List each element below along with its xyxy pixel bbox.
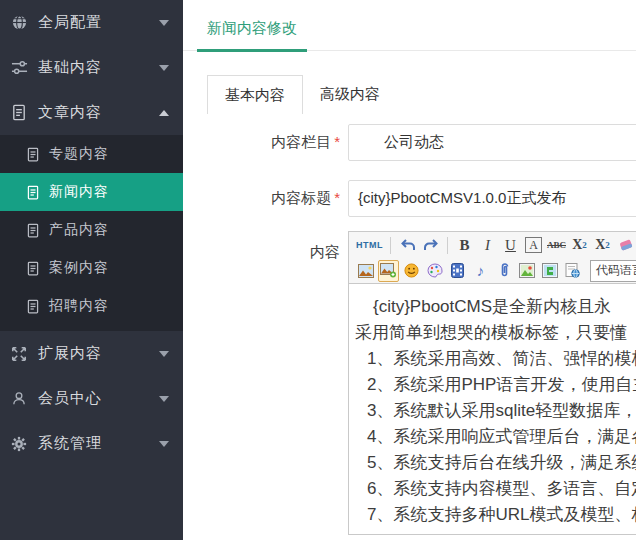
chevron-down-icon — [159, 20, 169, 26]
html-source-button[interactable]: HTML — [355, 234, 384, 256]
title-input-value: {city}PbootCMSV1.0.0正式发布 — [358, 189, 566, 208]
insert-map-button[interactable] — [516, 260, 537, 282]
page-globe-icon — [565, 263, 580, 278]
document-icon — [25, 146, 41, 162]
chevron-down-icon — [159, 441, 169, 447]
insert-music-button[interactable]: ♪ — [470, 260, 491, 282]
rich-text-editor: HTML B I U A ABC X2 X2 — [348, 231, 636, 535]
font-color-glyph: A — [525, 237, 542, 253]
document-icon — [9, 103, 29, 122]
required-asterisk: * — [334, 189, 340, 206]
title-label: 内容标题* — [183, 189, 340, 208]
expand-icon — [9, 344, 29, 363]
editor-text-line: 1、系统采用高效、简洁、强悍的模板 — [355, 346, 636, 372]
italic-button[interactable]: I — [477, 234, 498, 256]
document-icon — [25, 298, 41, 314]
editor-content-area[interactable]: {city}PbootCMS是全新内核且永 采用简单到想哭的模板标签，只要懂 1… — [349, 284, 636, 534]
sliders-icon — [9, 58, 29, 77]
toolbar-separator — [447, 237, 448, 254]
bold-button[interactable]: B — [454, 234, 475, 256]
document-icon — [25, 184, 41, 200]
editor-text-line: {city}PbootCMS是全新内核且永 — [355, 294, 636, 320]
chevron-down-icon — [159, 396, 169, 402]
sidebar-subitem-label: 产品内容 — [49, 221, 109, 239]
sidebar-subitem-label: 专题内容 — [49, 145, 109, 163]
emoticon-button[interactable] — [401, 260, 422, 282]
insert-page-button[interactable] — [562, 260, 583, 282]
sidebar-subitem-news[interactable]: 新闻内容 — [0, 173, 183, 211]
remove-format-button[interactable] — [615, 234, 636, 256]
sidebar-subitem-label: 招聘内容 — [49, 297, 109, 315]
redo-button[interactable] — [420, 234, 441, 256]
chevron-down-icon — [159, 351, 169, 357]
sidebar-subitem-label: 案例内容 — [49, 259, 109, 277]
editor-text-line: 7、系统支持多种URL模式及模型、栏 — [355, 502, 636, 528]
gear-icon — [9, 434, 29, 453]
sidebar-item-member-center[interactable]: 会员中心 — [0, 376, 183, 421]
sidebar-item-label: 基础内容 — [38, 58, 159, 77]
insert-image-button[interactable] — [355, 260, 376, 282]
sidebar-subitem-product[interactable]: 产品内容 — [0, 211, 183, 249]
editor-toolbar-row1: HTML B I U A ABC X2 X2 — [349, 232, 636, 258]
palette-button[interactable] — [424, 260, 445, 282]
editor-text-line: 采用简单到想哭的模板标签，只要懂 — [355, 320, 636, 346]
paperclip-icon — [497, 263, 511, 278]
sidebar-item-basic-content[interactable]: 基础内容 — [0, 45, 183, 90]
sidebar-subitem-recruit[interactable]: 招聘内容 — [0, 287, 183, 325]
content-tabs: 基本内容 高级内容 — [207, 75, 636, 114]
font-color-button[interactable]: A — [523, 234, 544, 256]
edit-form: 内容栏目* 公司动态 内容标题* {city}PbootCMSV1.0.0正式发… — [183, 124, 636, 535]
chevron-up-icon — [159, 110, 169, 116]
content-label: 内容 — [183, 231, 340, 262]
form-row-title: 内容标题* {city}PbootCMSV1.0.0正式发布 — [183, 180, 636, 217]
sidebar-subitem-case[interactable]: 案例内容 — [0, 249, 183, 287]
flash-icon — [542, 263, 558, 278]
tab-basic-content[interactable]: 基本内容 — [207, 75, 303, 114]
underline-button[interactable]: U — [500, 234, 521, 256]
code-language-select[interactable]: 代码语言 — [590, 260, 636, 282]
sidebar-item-system-manage[interactable]: 系统管理 — [0, 421, 183, 466]
sidebar-submenu-article: 专题内容 新闻内容 产品内容 案例内容 招聘内容 — [0, 135, 183, 331]
insert-multi-image-button[interactable] — [378, 260, 399, 282]
film-icon — [451, 263, 464, 278]
form-row-content: 内容 HTML B I U A ABC — [183, 231, 636, 535]
sidebar-item-extend-content[interactable]: 扩展内容 — [0, 331, 183, 376]
sidebar-item-global-config[interactable]: 全局配置 — [0, 0, 183, 45]
user-icon — [9, 389, 29, 408]
insert-flash-button[interactable] — [539, 260, 560, 282]
sidebar-item-article-content[interactable]: 文章内容 — [0, 90, 183, 135]
undo-icon — [400, 238, 416, 253]
undo-button[interactable] — [397, 234, 418, 256]
sidebar-subitem-topic[interactable]: 专题内容 — [0, 135, 183, 173]
editor-text-line: 3、系统默认采用sqlite轻型数据库， — [355, 398, 636, 424]
subscript-button[interactable]: X2 — [592, 234, 613, 256]
sidebar-item-label: 系统管理 — [38, 434, 159, 453]
images-icon — [380, 263, 397, 278]
eraser-icon — [618, 238, 634, 253]
editor-text-line: 6、系统支持内容模型、多语言、自定 — [355, 476, 636, 502]
superscript-button[interactable]: X2 — [569, 234, 590, 256]
page-tab-bar: 新闻内容修改 — [183, 0, 636, 51]
globe-icon — [9, 13, 29, 32]
editor-toolbar-row2: ♪ 代码语言 — [349, 258, 636, 284]
tab-advanced-content[interactable]: 高级内容 — [303, 75, 397, 114]
image-icon — [358, 264, 374, 278]
sidebar-item-label: 文章内容 — [38, 103, 159, 122]
editor-text-line: 4、系统采用响应式管理后台，满足各 — [355, 424, 636, 450]
category-label: 内容栏目* — [183, 133, 340, 152]
sidebar-item-label: 会员中心 — [38, 389, 159, 408]
strikethrough-button[interactable]: ABC — [546, 234, 567, 256]
category-select[interactable]: 公司动态 — [348, 124, 636, 161]
map-image-icon — [519, 263, 535, 278]
required-asterisk: * — [334, 133, 340, 150]
sidebar-item-label: 扩展内容 — [38, 344, 159, 363]
title-input[interactable]: {city}PbootCMSV1.0.0正式发布 — [348, 180, 636, 217]
form-row-category: 内容栏目* 公司动态 — [183, 124, 636, 161]
insert-video-button[interactable] — [447, 260, 468, 282]
document-icon — [25, 222, 41, 238]
sidebar-subitem-label: 新闻内容 — [49, 183, 109, 201]
insert-link-button[interactable] — [493, 260, 514, 282]
sidebar: 全局配置 基础内容 文章内容 专题内容 新闻内容 — [0, 0, 183, 540]
page-tab-news-edit[interactable]: 新闻内容修改 — [197, 14, 307, 52]
smiley-icon — [404, 263, 419, 278]
